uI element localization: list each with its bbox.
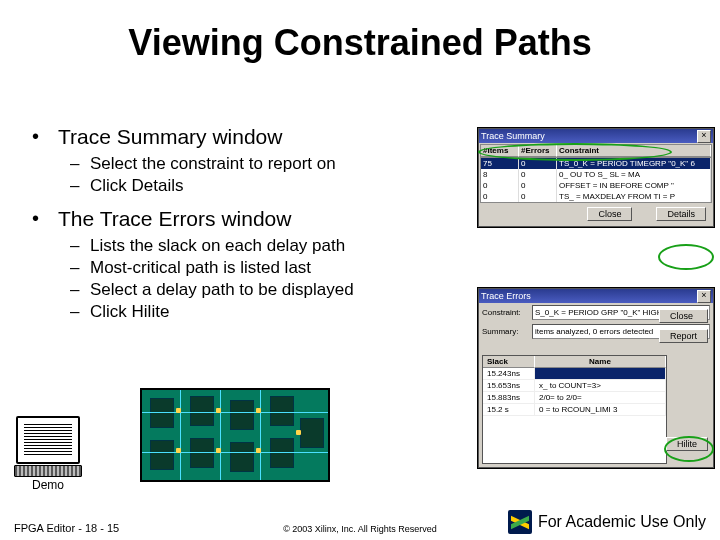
cell: 15.653ns: [483, 380, 535, 392]
cell: 0_ OU TO S_ SL = MA: [557, 169, 711, 180]
bullet-item: Select the constraint to report on: [68, 153, 448, 175]
xilinx-logo-icon: [508, 510, 532, 534]
cell: 8: [481, 169, 519, 180]
cell: 0: [519, 158, 557, 169]
bullet-item: Select a delay path to be displayed: [68, 279, 448, 301]
keyboard-icon: [14, 465, 82, 477]
trace-errors-window: Trace Errors × Constraint: S_0_K = PERIO…: [478, 288, 714, 468]
trace-summary-window: Trace Summary × #Items #Errors Constrain…: [478, 128, 714, 227]
cell: TS_0_K = PERIOD TIMEGRP "0_K" 6: [557, 158, 711, 169]
col-header[interactable]: Name: [535, 356, 666, 368]
close-button[interactable]: Close: [659, 309, 708, 323]
bullet-content: Trace Summary window Select the constrai…: [28, 125, 448, 333]
cell: 15.243ns: [483, 368, 535, 380]
cell: 2/0= to 2/0=: [535, 392, 666, 404]
cell: 0: [519, 169, 557, 180]
errors-table: Slack Name 15.243ns 15.653ns x_ to COUNT…: [482, 355, 667, 464]
cell: TS_ = MAXDELAY FROM TI = P: [557, 191, 711, 202]
bullet-item: Most-critical path is listed last: [68, 257, 448, 279]
constraint-label: Constraint:: [482, 308, 528, 317]
monitor-icon: [16, 416, 80, 464]
col-header[interactable]: #Items: [481, 145, 519, 157]
table-row[interactable]: 15.243ns: [483, 368, 666, 380]
circuit-image: [140, 388, 330, 482]
cell: x_ to COUNT=3>: [535, 380, 666, 392]
summary-label: Summary:: [482, 327, 528, 336]
table-row[interactable]: 8 0 0_ OU TO S_ SL = MA: [481, 169, 711, 180]
table-row[interactable]: 15.2 s 0 = to RCOUN_LIMI 3: [483, 404, 666, 416]
highlight-ellipse: [658, 244, 714, 270]
table-row[interactable]: 75 0 TS_0_K = PERIOD TIMEGRP "0_K" 6: [481, 158, 711, 169]
cell: 75: [481, 158, 519, 169]
cell: 0: [519, 180, 557, 191]
report-button[interactable]: Report: [659, 329, 708, 343]
cell: 15.883ns: [483, 392, 535, 404]
demo-icon: Demo: [12, 416, 84, 492]
window-title: Trace Errors: [481, 291, 531, 301]
bullet-heading: The Trace Errors window: [58, 207, 448, 231]
slide-title: Viewing Constrained Paths: [0, 0, 720, 64]
table-row[interactable]: 15.653ns x_ to COUNT=3>: [483, 380, 666, 392]
window-title: Trace Summary: [481, 131, 545, 141]
col-header[interactable]: #Errors: [519, 145, 557, 157]
bullet-heading: Trace Summary window: [58, 125, 448, 149]
cell: 15.2 s: [483, 404, 535, 416]
details-button[interactable]: Details: [656, 207, 706, 221]
demo-label: Demo: [12, 478, 84, 492]
table-row[interactable]: 0 0 OFFSET = IN BEFORE COMP ": [481, 180, 711, 191]
bullet-item: Click Details: [68, 175, 448, 197]
bullet-item: Click Hilite: [68, 301, 448, 323]
col-header[interactable]: Constraint: [557, 145, 711, 157]
bullet-item: Lists the slack on each delay path: [68, 235, 448, 257]
cell: 0 = to RCOUN_LIMI 3: [535, 404, 666, 416]
table-row[interactable]: 15.883ns 2/0= to 2/0=: [483, 392, 666, 404]
cell: [535, 368, 666, 380]
close-icon[interactable]: ×: [697, 290, 711, 303]
footer-center: © 2003 Xilinx, Inc. All Rights Reserved: [0, 524, 720, 534]
close-icon[interactable]: ×: [697, 130, 711, 143]
hilite-button[interactable]: Hilite: [666, 437, 708, 451]
cell: 0: [481, 180, 519, 191]
col-header[interactable]: Slack: [483, 356, 535, 368]
cell: 0: [519, 191, 557, 202]
close-button[interactable]: Close: [587, 207, 632, 221]
cell: 0: [481, 191, 519, 202]
table-row[interactable]: 0 0 TS_ = MAXDELAY FROM TI = P: [481, 191, 711, 202]
cell: OFFSET = IN BEFORE COMP ": [557, 180, 711, 191]
